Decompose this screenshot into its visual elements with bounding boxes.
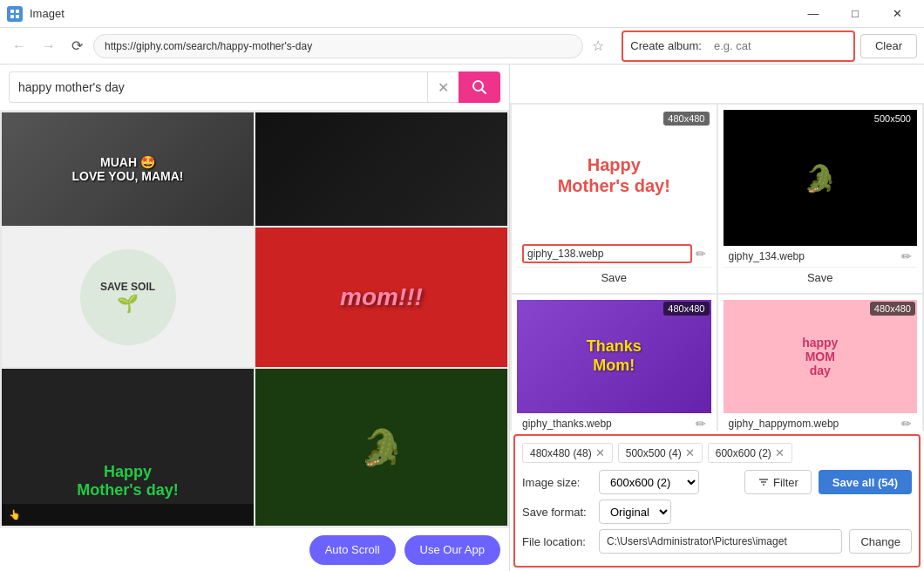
use-app-button[interactable]: Use Our App — [404, 535, 500, 565]
gif-image: HappyMother's day! — [558, 154, 670, 196]
save-format-select[interactable]: Original JPG PNG WEBP — [599, 500, 671, 524]
gif-cell[interactable]: mom!!! — [255, 228, 507, 367]
filter-tag-remove-icon[interactable]: ✕ — [775, 446, 785, 459]
left-panel: ✕ MUAH 🤩LOVE YOU, MAMA! SAVE SOIL 🌱 — [0, 65, 510, 571]
gif-filename: giphy_happymom.webp — [729, 418, 899, 430]
gif-cell[interactable]: 🐊 — [255, 369, 507, 526]
back-button[interactable]: ← — [7, 35, 31, 58]
save-gif-button[interactable]: Save — [517, 267, 711, 288]
filter-button[interactable]: Filter — [744, 470, 812, 494]
right-gif-cell[interactable]: 🐊 500x500 giphy_134.webp ✏ Save — [718, 105, 923, 293]
gif-cell[interactable]: SAVE SOIL 🌱 — [2, 228, 254, 367]
svg-rect-0 — [10, 10, 14, 13]
gif-size-badge: 480x480 — [870, 302, 915, 316]
create-album-section: Create album: — [622, 31, 855, 62]
filter-tags: 480x480 (48) ✕ 500x500 (4) ✕ 600x600 (2)… — [522, 443, 912, 463]
edit-icon[interactable]: ✏ — [901, 417, 912, 431]
app-icon — [7, 6, 23, 22]
bookmark-button[interactable]: ☆ — [588, 34, 608, 58]
search-clear-button[interactable]: ✕ — [427, 71, 459, 103]
svg-line-5 — [482, 90, 486, 94]
gif-overlay-text: MUAH 🤩LOVE YOU, MAMA! — [71, 155, 183, 183]
filter-button-label: Filter — [773, 476, 798, 489]
filter-tag-label: 600x600 (2) — [716, 447, 771, 459]
image-size-select[interactable]: 600x600 (2) 480x480 (48) 500x500 (4) — [599, 470, 699, 494]
clear-button[interactable]: Clear — [860, 34, 917, 58]
filter-tag-600[interactable]: 600x600 (2) ✕ — [708, 443, 792, 463]
titlebar: Imaget — □ ✕ — [0, 0, 924, 28]
maximize-button[interactable]: □ — [835, 0, 875, 28]
filter-tag-label: 480x480 (48) — [530, 447, 592, 459]
gif-cell[interactable]: MUAH 🤩LOVE YOU, MAMA! — [2, 112, 254, 226]
filter-icon — [758, 476, 770, 488]
image-size-label: Image size: — [522, 476, 592, 489]
gif-filename[interactable]: giphy_138.webp — [522, 244, 692, 263]
gif-info: giphy_138.webp ✏ — [517, 241, 711, 267]
titlebar-left: Imaget — [7, 6, 65, 22]
gif-image: ThanksMom! — [587, 337, 642, 375]
gif-image: 🐊 — [360, 427, 404, 468]
search-bar: ✕ — [0, 65, 509, 111]
svg-rect-2 — [10, 15, 14, 18]
gif-filename: giphy_thanks.webp — [522, 418, 692, 430]
gif-grid: MUAH 🤩LOVE YOU, MAMA! SAVE SOIL 🌱 mom!!!… — [0, 111, 509, 527]
gif-image: SAVE SOIL 🌱 — [80, 249, 176, 345]
file-location-label: File location: — [522, 535, 592, 548]
gif-size-badge: 500x500 — [870, 112, 915, 126]
svg-rect-1 — [16, 10, 19, 13]
close-button[interactable]: ✕ — [877, 0, 917, 28]
save-all-button[interactable]: Save all (54) — [819, 470, 912, 494]
gif-overlay-text: mom!!! — [340, 283, 423, 311]
main-layout: ✕ MUAH 🤩LOVE YOU, MAMA! SAVE SOIL 🌱 — [0, 65, 924, 571]
titlebar-controls: — □ ✕ — [793, 0, 917, 28]
edit-icon[interactable]: ✏ — [696, 247, 706, 261]
file-location-input[interactable] — [599, 529, 842, 554]
filter-tag-label: 500x500 (4) — [626, 447, 682, 459]
change-button[interactable]: Change — [849, 529, 912, 554]
right-gif-cell[interactable]: happyMOMday 480x480 giphy_happymom.webp … — [718, 295, 923, 431]
filter-tag-500[interactable]: 500x500 (4) ✕ — [618, 443, 703, 463]
left-bottom-bar: Auto Scroll Use Our App — [0, 527, 509, 571]
minimize-button[interactable]: — — [793, 0, 833, 28]
bottom-overlay: 👆 — [2, 504, 254, 526]
gif-image: happyMOMday — [802, 336, 838, 377]
filter-tag-remove-icon[interactable]: ✕ — [685, 446, 695, 459]
save-gif-button[interactable]: Save — [724, 267, 918, 288]
gif-size-badge: 480x480 — [663, 302, 709, 316]
right-gif-cell[interactable]: HappyMother's day! 480x480 giphy_138.web… — [512, 105, 717, 293]
gif-preview: 🐊 — [724, 110, 918, 246]
gif-info: giphy_happymom.webp ✏ — [724, 413, 918, 431]
edit-icon[interactable]: ✏ — [901, 249, 912, 263]
gif-cell[interactable] — [255, 112, 507, 226]
refresh-button[interactable]: ⟳ — [66, 34, 88, 58]
create-album-label: Create album: — [630, 39, 702, 52]
file-location-row: File location: Change — [522, 529, 912, 554]
save-format-row: Save format: Original JPG PNG WEBP — [522, 500, 912, 524]
filter-tag-remove-icon[interactable]: ✕ — [595, 446, 605, 459]
gif-preview: HappyMother's day! — [517, 110, 711, 241]
gif-info: giphy_134.webp ✏ — [724, 246, 918, 267]
forward-button[interactable]: → — [37, 35, 61, 58]
filter-tag-480[interactable]: 480x480 (48) ✕ — [522, 443, 613, 463]
create-album-input[interactable] — [707, 36, 846, 57]
gif-info: giphy_thanks.webp ✏ — [517, 413, 711, 431]
auto-scroll-button[interactable]: Auto Scroll — [309, 535, 396, 565]
filter-panel: 480x480 (48) ✕ 500x500 (4) ✕ 600x600 (2)… — [513, 434, 921, 568]
gif-preview: happyMOMday — [724, 300, 918, 413]
search-input[interactable] — [9, 71, 427, 103]
right-gif-grid: HappyMother's day! 480x480 giphy_138.web… — [510, 103, 924, 431]
gif-filename: giphy_134.webp — [729, 250, 899, 262]
edit-icon[interactable]: ✏ — [696, 417, 706, 431]
gif-preview: ThanksMom! — [517, 300, 711, 413]
search-button[interactable] — [459, 71, 500, 103]
gif-image: 🐊 — [804, 163, 836, 194]
right-panel: HappyMother's day! 480x480 giphy_138.web… — [510, 65, 924, 571]
right-gif-cell[interactable]: ThanksMom! 480x480 giphy_thanks.webp ✏ S… — [512, 295, 717, 431]
gif-size-badge: 480x480 — [663, 112, 709, 126]
url-bar[interactable] — [93, 34, 583, 58]
save-format-label: Save format: — [522, 506, 592, 519]
app-title: Imaget — [30, 7, 65, 20]
image-size-row: Image size: 600x600 (2) 480x480 (48) 500… — [522, 470, 912, 494]
gif-overlay-text: HappyMother's day! — [77, 463, 178, 500]
gif-cell[interactable]: HappyMother's day! 👆 — [2, 369, 254, 526]
